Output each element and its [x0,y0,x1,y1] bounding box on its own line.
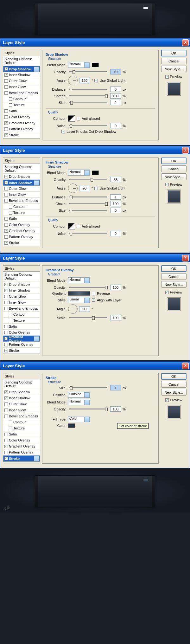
cancel-button[interactable]: Cancel [161,273,187,280]
position-select[interactable]: Outside [68,392,90,398]
checkbox-icon[interactable] [4,390,8,394]
stroke-color-swatch[interactable] [68,423,75,428]
blend-mode-select[interactable]: Normal [68,277,90,283]
checkbox-icon[interactable] [4,109,8,113]
opacity-field[interactable] [110,177,121,182]
size-field[interactable] [110,385,121,390]
knockout-checkbox[interactable] [61,130,65,133]
titlebar[interactable]: Layer StyleX [0,362,190,370]
style-item-pattern-overlay[interactable]: Pattern Overlay [3,234,40,240]
new-style-button[interactable]: New Style... [161,173,187,180]
scale-slider[interactable] [69,317,107,318]
checkbox-icon[interactable] [9,313,12,316]
close-icon[interactable]: X [182,363,189,369]
opacity-slider[interactable] [69,287,107,288]
color-swatch[interactable] [92,171,99,175]
gradient-style-select[interactable]: Linear [68,297,90,303]
style-item-texture[interactable]: Texture [3,318,40,324]
global-light-checkbox[interactable] [94,79,98,82]
checkbox-icon[interactable] [4,67,8,71]
style-item-outer-glow[interactable]: Outer Glow [3,186,40,192]
close-icon[interactable]: X [182,147,189,154]
checkbox-icon[interactable] [9,427,12,430]
style-item-contour[interactable]: Contour [3,419,40,425]
checkbox-icon[interactable] [4,433,8,436]
style-item-inner-glow[interactable]: Inner Glow [3,299,40,306]
blend-mode-select[interactable]: Normal [68,62,90,68]
checkbox-icon[interactable] [4,199,8,203]
noise-slider[interactable] [69,125,107,126]
style-item-inner-glow[interactable]: Inner Glow [3,84,40,90]
style-item-texture[interactable]: Texture [3,102,40,108]
choke-slider[interactable] [69,203,107,204]
checkbox-icon[interactable] [4,451,8,454]
checkbox-icon[interactable] [4,295,8,298]
style-item-inner-shadow[interactable]: Inner Shadow [3,72,40,78]
distance-slider[interactable] [69,196,107,197]
opacity-slider[interactable] [69,409,107,409]
new-style-button[interactable]: New Style... [161,389,187,396]
antialiased-checkbox[interactable] [77,117,80,120]
style-item-satin[interactable]: Satin [3,108,40,114]
titlebar[interactable]: Layer StyleX [0,146,190,154]
style-item-color-overlay[interactable]: Color Overlay [3,222,40,228]
ok-button[interactable]: OK [161,265,187,272]
checkbox-icon[interactable] [4,193,8,196]
checkbox-icon[interactable] [4,85,8,89]
style-item-gradient-overlay[interactable]: Gradient Overlay [3,228,40,234]
blending-options-item[interactable]: Blending Options: Default [3,379,40,389]
checkbox-icon[interactable] [9,211,12,215]
style-item-stroke[interactable]: Stroke [3,348,40,354]
styles-header[interactable]: Styles [3,266,40,272]
checkbox-icon[interactable] [4,343,8,346]
style-item-inner-glow[interactable]: Inner Glow [3,407,40,413]
preview-checkbox[interactable] [165,183,169,186]
checkbox-icon[interactable] [4,127,8,131]
checkbox-icon[interactable] [4,217,8,221]
checkbox-icon[interactable] [4,307,8,310]
checkbox-icon[interactable] [4,289,8,292]
style-item-bevel[interactable]: Bevel and Emboss [3,198,40,204]
titlebar[interactable]: Layer StyleX [0,254,190,262]
distance-field[interactable] [110,87,121,92]
blend-mode-select[interactable]: Normal [68,399,90,405]
checkbox-icon[interactable] [4,337,8,340]
style-item-contour[interactable]: Contour [3,96,40,102]
angle-field[interactable] [79,78,90,83]
checkbox-icon[interactable] [4,283,8,286]
style-item-bevel[interactable]: Bevel and Emboss [3,413,40,419]
checkbox-icon[interactable] [4,331,8,334]
checkbox-icon[interactable] [4,121,8,125]
checkbox-icon[interactable] [9,103,12,107]
styles-header[interactable]: Styles [3,50,40,56]
size-field[interactable] [110,100,121,105]
opacity-slider[interactable] [69,71,107,72]
preview-checkbox[interactable] [165,75,169,79]
checkbox-icon[interactable] [4,73,8,77]
style-item-satin[interactable]: Satin [3,431,40,437]
checkbox-icon[interactable] [4,325,8,328]
style-item-outer-glow[interactable]: Outer Glow [3,293,40,299]
style-item-pattern-overlay[interactable]: Pattern Overlay [3,342,40,348]
checkbox-icon[interactable] [4,457,8,460]
preview-checkbox[interactable] [165,398,169,402]
style-item-satin[interactable]: Satin [3,216,40,222]
spread-slider[interactable] [69,95,107,96]
style-item-inner-glow[interactable]: Inner Glow [3,192,40,198]
style-item-stroke[interactable]: Stroke [3,240,40,246]
checkbox-icon[interactable] [4,79,8,83]
style-item-gradient-overlay[interactable]: Gradient Overlay [3,336,40,342]
checkbox-icon[interactable] [4,175,8,178]
checkbox-icon[interactable] [4,91,8,95]
checkbox-icon[interactable] [4,409,8,412]
titlebar[interactable]: Layer StyleX [0,38,190,47]
scale-field[interactable] [110,315,121,320]
blending-options-item[interactable]: Blending Options: Default [3,164,40,174]
style-item-stroke[interactable]: Stroke [3,132,40,138]
style-item-drop-shadow[interactable]: Drop Shadow [3,281,40,287]
checkbox-icon[interactable] [4,396,8,400]
style-item-gradient-overlay[interactable]: Gradient Overlay [3,443,40,449]
angle-field[interactable] [79,306,90,312]
angle-dial[interactable] [68,304,78,314]
angle-dial[interactable] [68,184,78,193]
